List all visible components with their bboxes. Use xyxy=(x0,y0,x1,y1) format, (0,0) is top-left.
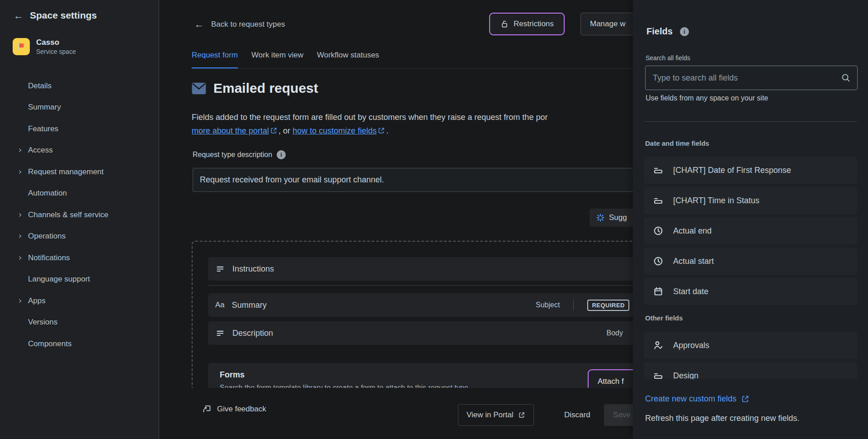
sidebar-item-summary[interactable]: Summary xyxy=(0,97,159,119)
portal-link[interactable]: more about the portal xyxy=(192,126,269,135)
field-search-box xyxy=(645,66,858,90)
field-item-chart-date-first-response[interactable]: [CHART] Date of First Response xyxy=(644,157,857,184)
section-header-other: Other fields xyxy=(645,314,683,322)
form-row-label: Summary xyxy=(232,301,267,310)
page-header: Emailed request xyxy=(192,81,318,96)
align-left-icon xyxy=(215,328,225,338)
required-badge: REQUIRED xyxy=(587,300,629,311)
nav-label: Features xyxy=(28,124,58,134)
field-label: Start date xyxy=(673,287,708,296)
sidebar-item-operations[interactable]: Operations xyxy=(0,226,159,248)
refresh-note: Refresh this page after creating new fie… xyxy=(645,414,799,423)
meta-separator xyxy=(573,300,574,310)
external-link-icon xyxy=(377,127,385,134)
info-icon[interactable]: i xyxy=(277,150,286,159)
sidebar-item-access[interactable]: Access xyxy=(0,140,159,162)
back-to-request-types[interactable]: ← Back to request types xyxy=(194,19,285,30)
chevron-right-icon xyxy=(17,169,23,175)
tab-bar: Request form Work item view Workflow sta… xyxy=(192,51,379,69)
search-icon xyxy=(841,73,851,83)
field-label: [CHART] Time in Status xyxy=(673,196,760,205)
form-row-instructions[interactable]: Instructions xyxy=(208,257,665,281)
feedback-label: Give feedback xyxy=(217,405,266,414)
chevron-right-icon xyxy=(17,212,23,218)
form-row-label: Instructions xyxy=(232,264,274,274)
calendar-icon xyxy=(653,286,664,297)
info-icon[interactable]: i xyxy=(680,27,689,36)
nav-label: Versions xyxy=(28,318,57,327)
restrictions-button[interactable]: Restrictions xyxy=(489,13,565,35)
field-label: Actual start xyxy=(673,257,714,266)
field-item-actual-start[interactable]: Actual start xyxy=(644,248,857,275)
space-settings-page: ← Back to request types Restrictions Man… xyxy=(0,0,868,439)
field-item-start-date[interactable]: Start date xyxy=(644,278,857,305)
create-custom-fields-link[interactable]: Create new custom fields xyxy=(645,394,750,404)
field-label: Approvals xyxy=(673,341,709,350)
view-in-portal-button[interactable]: View in Portal xyxy=(458,404,534,426)
manage-label: Manage w xyxy=(590,19,625,29)
sidebar-item-details[interactable]: Details xyxy=(0,75,159,97)
nav-label: Summary xyxy=(28,103,61,112)
sidebar-item-components[interactable]: Components xyxy=(0,333,159,355)
chevron-right-icon xyxy=(17,148,23,153)
chevron-right-icon xyxy=(17,255,23,261)
field-item-chart-time-in-status[interactable]: [CHART] Time in Status xyxy=(644,187,857,214)
field-item-actual-end[interactable]: Actual end xyxy=(644,217,857,244)
arrow-left-icon: ← xyxy=(194,19,204,30)
sidebar: ← Space settings Casso Service space Det… xyxy=(0,0,159,439)
fields-panel-title: Fields xyxy=(646,26,673,37)
form-row-summary[interactable]: Aa Summary Subject REQUIRED ••• xyxy=(208,293,665,317)
forms-section: Forms Search the form template library t… xyxy=(208,363,665,388)
nav-label: Notifications xyxy=(28,253,70,262)
clock-icon xyxy=(653,256,664,267)
mapped-field-label: Subject xyxy=(536,301,560,309)
description-label: Request type description xyxy=(193,151,272,159)
sidebar-title: Space settings xyxy=(30,10,97,21)
tab-workflow-statuses[interactable]: Workflow statuses xyxy=(317,51,379,69)
external-link-icon xyxy=(741,395,750,403)
form-row-label: Description xyxy=(232,329,273,338)
external-link-icon xyxy=(270,127,278,134)
sidebar-item-notifications[interactable]: Notifications xyxy=(0,247,159,269)
mapped-field-label: Body xyxy=(607,329,623,337)
forms-subtitle: Search the form template library to crea… xyxy=(220,384,468,388)
tab-work-item-view[interactable]: Work item view xyxy=(251,51,303,69)
request-type-description-input[interactable] xyxy=(193,168,667,192)
give-feedback-button[interactable]: Give feedback xyxy=(202,404,266,414)
field-item-approvals[interactable]: Approvals xyxy=(644,332,857,359)
sidebar-item-request-management[interactable]: Request management xyxy=(0,161,159,183)
sidebar-item-versions[interactable]: Versions xyxy=(0,312,159,334)
field-label: [CHART] Date of First Response xyxy=(673,166,791,175)
fields-panel: Fields i Search all fields Use fields fr… xyxy=(633,0,868,439)
chevron-right-icon xyxy=(17,234,23,239)
form-row-description[interactable]: Description Body ••• xyxy=(208,321,665,345)
sparkle-icon xyxy=(596,213,605,222)
discard-button[interactable]: Discard xyxy=(557,404,598,426)
page-title: Emailed request xyxy=(213,81,318,96)
tab-request-form[interactable]: Request form xyxy=(192,51,238,69)
feedback-icon xyxy=(202,404,212,414)
intro-text: Fields added to the request form are fil… xyxy=(192,110,669,138)
tray-icon xyxy=(653,195,664,206)
nav-label: Components xyxy=(28,339,71,348)
unlock-icon xyxy=(500,19,509,29)
customize-fields-link[interactable]: how to customize fields xyxy=(292,126,377,135)
align-left-icon xyxy=(215,264,225,274)
sidebar-nav: Details Summary Features Access Request … xyxy=(0,75,159,355)
space-type: Service space xyxy=(36,48,76,55)
field-search-input[interactable] xyxy=(646,73,841,83)
tray-icon xyxy=(653,165,664,176)
chevron-right-icon xyxy=(17,298,23,304)
text-field-icon: Aa xyxy=(215,301,225,310)
mail-icon xyxy=(192,82,206,95)
sidebar-item-automation[interactable]: Automation xyxy=(0,183,159,205)
sidebar-item-channels-self-service[interactable]: Channels & self service xyxy=(0,204,159,226)
sidebar-item-apps[interactable]: Apps xyxy=(0,290,159,312)
description-label-row: Request type description i xyxy=(193,150,286,159)
clock-icon xyxy=(653,225,664,236)
field-label: Actual end xyxy=(673,226,712,236)
sidebar-item-features[interactable]: Features xyxy=(0,118,159,140)
search-caption: Use fields from any space on your site xyxy=(646,94,768,102)
sidebar-back-button[interactable]: ← xyxy=(12,9,25,23)
sidebar-item-language-support[interactable]: Language support xyxy=(0,269,159,291)
